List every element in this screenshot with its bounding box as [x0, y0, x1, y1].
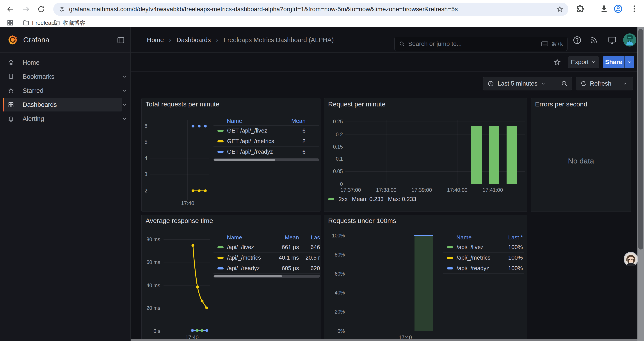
col-last[interactable]: Las [302, 234, 320, 241]
dock-menu-icon[interactable] [117, 37, 124, 44]
keyboard-icon [541, 41, 548, 47]
news-rss-icon[interactable] [590, 36, 599, 45]
chevron-down-icon[interactable] [122, 116, 127, 121]
browser-menu-icon[interactable] [630, 5, 639, 13]
legend-row[interactable]: GET /api/_/metrics 2 [214, 136, 319, 147]
series-swatch [218, 151, 224, 153]
breadcrumb-dashboards[interactable]: Dashboards [176, 37, 211, 44]
profile-icon[interactable] [613, 4, 623, 14]
series-last: 20.5 r [302, 254, 320, 261]
refresh-button[interactable]: Refresh [576, 80, 616, 87]
sidebar-item-dashboards[interactable]: Dashboards [0, 98, 131, 112]
search-input[interactable] [408, 40, 541, 47]
legend-table: Name Mean GET /api/_/livez 6 GET /api/_/… [214, 117, 319, 161]
sidebar-item-starred[interactable]: Starred [0, 84, 131, 97]
time-range-picker[interactable]: Last 5 minutes [483, 80, 557, 87]
legend-row[interactable]: GET /api/_/readyz 6 [214, 147, 319, 157]
bookmark-folder-freeleaps[interactable]: Freeleaps [23, 19, 58, 27]
legend-row[interactable]: /api/_/readyz 100% [443, 263, 524, 274]
legend-header: Name Mean Las [214, 233, 320, 242]
refresh-interval-button[interactable] [616, 81, 633, 86]
series-swatch [218, 267, 224, 269]
bookmark-label: 收藏博客 [63, 19, 86, 27]
panel-total-requests: Total requests per minute 6 5 4 3 2 17:4… [142, 98, 320, 212]
legend-row[interactable]: /api/_/metrics 100% [443, 253, 524, 263]
extensions-icon[interactable] [576, 5, 585, 13]
url-input[interactable]: grafana.mathmast.com/d/deytv4rwavabkb/fr… [69, 6, 556, 13]
folder-icon [54, 20, 60, 26]
sidebar-item-alerting[interactable]: Alerting [0, 112, 131, 126]
col-last[interactable]: Last * [499, 234, 523, 241]
user-avatar[interactable] [623, 33, 636, 47]
export-label: Export [571, 59, 589, 66]
series-swatch [218, 140, 224, 142]
panel-request-per-minute: Request per minute 0.25 0.2 0.15 0.1 0.0… [324, 98, 527, 212]
dashboards-grid-icon [8, 101, 14, 108]
chevron-down-icon[interactable] [122, 102, 127, 107]
col-name[interactable]: Name [227, 234, 269, 241]
col-mean[interactable]: Mean [291, 118, 306, 124]
panel-title[interactable]: Total requests per minute [146, 101, 220, 108]
download-icon[interactable] [600, 5, 608, 13]
back-icon[interactable] [4, 3, 17, 15]
col-name[interactable]: Name [456, 234, 495, 241]
panel-title[interactable]: Requests under 100ms [328, 217, 396, 224]
breadcrumb-home[interactable]: Home [147, 37, 164, 44]
refresh-group: Refresh [576, 77, 633, 90]
legend-row[interactable]: /api/_/metrics 40.1 ms 20.5 r [214, 253, 320, 263]
search-box[interactable]: ⌘+k [394, 37, 568, 51]
active-indicator [3, 98, 4, 112]
assistant-avatar-widget[interactable] [624, 252, 638, 266]
x-tick: 17:41:00 [475, 187, 510, 193]
url-bar[interactable]: grafana.mathmast.com/d/deytv4rwavabkb/fr… [53, 3, 568, 16]
bookmark-folder-blogs[interactable]: 收藏博客 [54, 19, 86, 27]
col-mean[interactable]: Mean [273, 234, 299, 241]
help-icon[interactable] [572, 36, 582, 45]
panel-title[interactable]: Request per minute [328, 101, 386, 108]
sidebar: Grafana Home Bookmarks Starred [0, 27, 131, 341]
legend-row[interactable]: /api/_/livez 661 µs 646 [214, 242, 320, 253]
apps-grid-icon[interactable] [6, 19, 14, 27]
y-tick: 2 [142, 188, 147, 194]
series-mean: 2 [302, 138, 306, 145]
share-menu-button[interactable] [625, 56, 634, 68]
share-label: Share [605, 59, 622, 66]
share-button[interactable]: Share [603, 56, 624, 68]
chevron-down-icon[interactable] [122, 74, 127, 79]
site-settings-icon[interactable] [58, 6, 65, 13]
legend-row[interactable]: GET /api/_/livez 6 [214, 126, 319, 136]
reload-icon[interactable] [35, 3, 47, 15]
zoom-out-button[interactable] [557, 80, 572, 87]
toolbar-divider [566, 57, 567, 67]
horizontal-scrollbar[interactable] [131, 339, 638, 341]
y-tick: 6 [142, 123, 147, 129]
legend-scrollbar[interactable] [214, 158, 319, 161]
panel-title[interactable]: Errors per second [535, 101, 587, 108]
series-swatch [328, 198, 334, 200]
series-swatch [447, 257, 453, 259]
sidebar-item-home[interactable]: Home [0, 56, 131, 69]
vertical-scrollbar[interactable] [638, 27, 644, 341]
bell-icon [8, 115, 14, 122]
forward-icon[interactable] [20, 3, 32, 15]
favorite-star-icon[interactable] [553, 58, 561, 66]
grafana-brand[interactable]: Grafana [8, 35, 49, 45]
legend-table: Name Mean Las /api/_/livez 661 µs 646 /a… [214, 233, 320, 278]
series-name[interactable]: 2xx [339, 196, 348, 203]
bookmark-star-icon[interactable] [556, 6, 564, 13]
export-button[interactable]: Export [568, 56, 599, 68]
legend-scrollbar[interactable] [214, 275, 320, 278]
col-name[interactable]: Name [227, 118, 288, 124]
chevron-down-icon[interactable] [122, 88, 127, 93]
legend-row[interactable]: /api/_/livez 100% [443, 242, 524, 253]
monitor-icon[interactable] [608, 36, 617, 45]
star-icon [8, 87, 14, 94]
scrollbar-thumb[interactable] [638, 29, 643, 249]
y-tick: 40% [330, 290, 345, 296]
legend-row[interactable]: /api/_/readyz 605 µs 620 [214, 263, 320, 274]
series-max: Max: 0.233 [388, 196, 416, 203]
series-mean: 605 µs [273, 265, 299, 272]
y-tick: 0 [330, 181, 343, 187]
series-name: /api/_/readyz [456, 265, 495, 272]
sidebar-item-bookmarks[interactable]: Bookmarks [0, 70, 131, 83]
